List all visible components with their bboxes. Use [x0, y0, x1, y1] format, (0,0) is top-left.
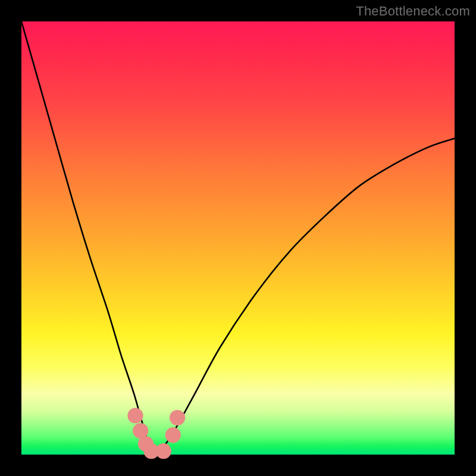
cluster-bottom-b [156, 443, 171, 459]
watermark-text: TheBottleneck.com [356, 4, 470, 19]
cluster-left-upper [127, 408, 143, 423]
marker-group [127, 408, 185, 459]
cluster-right-lower [165, 427, 181, 443]
bottleneck-curve [21, 21, 455, 453]
curve-layer [21, 21, 455, 455]
chart-frame: TheBottleneck.com [0, 0, 476, 476]
plot-area [21, 21, 455, 455]
cluster-right-upper [170, 410, 185, 425]
